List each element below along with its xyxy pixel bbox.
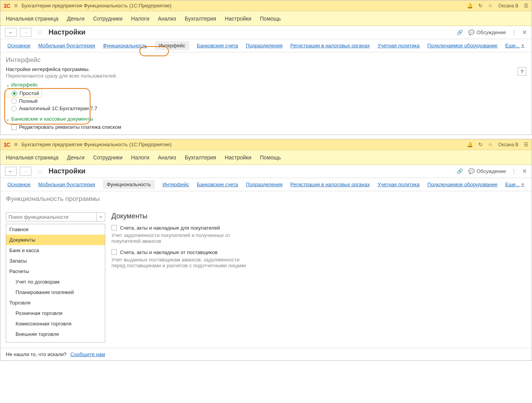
menu-taxes[interactable]: Налоги: [131, 16, 150, 22]
nav-list[interactable]: ГлавноеДокументыБанк и кассаЗапасыРасчет…: [6, 224, 105, 342]
option-customers[interactable]: Счета, акты и накладные для покупателей: [111, 225, 526, 231]
option-suppliers[interactable]: Счета, акты и накладные от поставщиков: [111, 249, 526, 255]
discuss-button[interactable]: 💬 Обсуждение: [468, 29, 506, 35]
tab-interface[interactable]: Интерфейс: [163, 182, 189, 187]
search-row: ×: [6, 212, 105, 221]
tab-tax-registrations[interactable]: Регистрации в налоговых органах: [290, 43, 370, 48]
close-icon[interactable]: ✕: [522, 168, 527, 175]
more-actions-icon[interactable]: ⋮: [511, 29, 516, 35]
back-button[interactable]: ←: [5, 167, 17, 176]
username[interactable]: Оксана В: [498, 142, 518, 147]
menubar: Начальная страница Деньги Сотрудники Нал…: [0, 150, 532, 165]
close-icon[interactable]: ✕: [522, 29, 527, 36]
hamburger-icon[interactable]: ≡: [14, 141, 17, 148]
tab-tax-registrations[interactable]: Регистрации в налоговых органах: [290, 182, 370, 187]
clear-search-button[interactable]: ×: [97, 212, 105, 221]
username[interactable]: Оксана В: [498, 3, 518, 9]
nav-item[interactable]: Запасы: [6, 256, 105, 266]
history-icon[interactable]: ↻: [478, 142, 483, 147]
menu-analysis[interactable]: Анализ: [158, 154, 176, 161]
footer-link[interactable]: Сообщите нам: [70, 351, 105, 357]
tab-main[interactable]: Основное: [7, 43, 31, 48]
discuss-button[interactable]: 💬 Обсуждение: [468, 168, 506, 174]
favorite-icon[interactable]: ☆: [37, 167, 43, 176]
option-suppliers-label: Счета, акты и накладные от поставщиков: [120, 249, 217, 255]
tab-accounting-policy[interactable]: Учетная политика: [377, 43, 419, 48]
window-1: 1C ≡ Бухгалтерия предприятия Функциональ…: [0, 0, 532, 135]
search-input[interactable]: [6, 212, 97, 221]
radio-full[interactable]: Полный: [6, 97, 526, 105]
hamburger-icon[interactable]: ≡: [14, 2, 17, 9]
nav-item[interactable]: Расчеты: [6, 266, 105, 277]
menu-accounting[interactable]: Бухгалтерия: [185, 16, 216, 22]
link-icon[interactable]: 🔗: [457, 29, 463, 35]
menu-settings[interactable]: Настройки: [225, 154, 252, 161]
tab-bank-accounts[interactable]: Банковские счета: [197, 43, 238, 48]
nav-item[interactable]: Планирование платежей: [6, 287, 105, 297]
nav-item[interactable]: Розничная торговля: [6, 308, 105, 318]
favorite-icon[interactable]: ☆: [37, 28, 43, 37]
tab-main[interactable]: Основное: [7, 182, 31, 187]
radio-full-label: Полный: [19, 98, 38, 104]
nav-item[interactable]: Торговля: [6, 297, 105, 308]
group-interface-header[interactable]: ⌄ Интерфейс: [6, 82, 526, 88]
tab-equipment[interactable]: Подключаемое оборудование: [428, 43, 498, 48]
tab-functionality[interactable]: Функциональность: [103, 180, 155, 189]
check-edit-list[interactable]: Редактировать реквизиты платежа списком: [6, 123, 526, 131]
check-edit-list-label: Редактировать реквизиты платежа списком: [19, 124, 121, 130]
menu-employees[interactable]: Сотрудники: [93, 16, 123, 22]
discuss-label: Обсуждение: [476, 29, 506, 35]
menu-analysis[interactable]: Анализ: [158, 16, 176, 22]
star-icon[interactable]: ☆: [488, 3, 493, 9]
radio-simple[interactable]: Простой: [6, 89, 42, 97]
tab-divisions[interactable]: Подразделения: [246, 43, 283, 48]
tab-divisions[interactable]: Подразделения: [246, 182, 283, 187]
menu-money[interactable]: Деньги: [67, 154, 84, 161]
radio-legacy[interactable]: Аналогичный 1С:Бухгалтерии 7.7: [6, 105, 526, 112]
panel-icon[interactable]: ☰: [524, 142, 529, 147]
nav-item[interactable]: Комиссионная торговля: [6, 318, 105, 329]
back-button[interactable]: ←: [5, 28, 17, 37]
help-button[interactable]: ?: [518, 67, 526, 76]
titlebar: 1C ≡ Бухгалтерия предприятия Функциональ…: [0, 0, 532, 11]
tab-functionality[interactable]: Функциональность: [103, 43, 147, 48]
tab-interface[interactable]: Интерфейс: [155, 41, 189, 50]
menu-help[interactable]: Помощь: [260, 154, 281, 161]
bell-icon[interactable]: 🔔: [467, 3, 473, 9]
menu-home[interactable]: Начальная страница: [6, 154, 58, 161]
nav-item[interactable]: Банк и касса: [6, 245, 105, 256]
menu-employees[interactable]: Сотрудники: [93, 154, 123, 161]
group-bank-header[interactable]: ⌄ Банковские и кассовые документы: [6, 116, 526, 122]
tab-accounting-policy[interactable]: Учетная политика: [377, 182, 419, 187]
link-icon[interactable]: 🔗: [457, 168, 463, 174]
radio-legacy-label: Аналогичный 1С:Бухгалтерии 7.7: [19, 106, 97, 111]
menu-home[interactable]: Начальная страница: [6, 16, 58, 22]
menu-accounting[interactable]: Бухгалтерия: [185, 154, 216, 161]
bell-icon[interactable]: 🔔: [467, 142, 473, 147]
app-title: Бухгалтерия предприятия Функциональность…: [22, 142, 172, 147]
left-panel: × ГлавноеДокументыБанк и кассаЗапасыРасч…: [6, 212, 105, 342]
tab-mobile[interactable]: Мобильная бухгалтерия: [38, 182, 95, 187]
nav-item[interactable]: Внешняя торговля: [6, 329, 105, 339]
tabs-more[interactable]: Еще... ▼: [505, 43, 525, 48]
nav-item[interactable]: Учет по договорам: [6, 277, 105, 287]
panel-icon[interactable]: ☰: [524, 3, 529, 9]
toolbar-right: 🔗 💬 Обсуждение ⋮ ✕: [457, 168, 527, 175]
nav-item[interactable]: Главное: [6, 224, 105, 235]
tab-mobile[interactable]: Мобильная бухгалтерия: [38, 43, 95, 48]
menu-help[interactable]: Помощь: [260, 16, 281, 22]
star-icon[interactable]: ☆: [488, 142, 493, 147]
section-title: Функциональность программы: [6, 195, 526, 203]
toolbar-right: 🔗 💬 Обсуждение ⋮ ✕: [457, 29, 527, 36]
more-actions-icon[interactable]: ⋮: [511, 168, 516, 174]
menu-settings[interactable]: Настройки: [225, 16, 252, 22]
menu-taxes[interactable]: Налоги: [131, 154, 150, 161]
tabs-more[interactable]: Еще... ▼: [505, 182, 525, 187]
menu-money[interactable]: Деньги: [67, 16, 84, 22]
nav-item[interactable]: Документы: [6, 235, 105, 245]
tab-equipment[interactable]: Подключаемое оборудование: [428, 182, 498, 187]
tab-bank-accounts[interactable]: Банковские счета: [197, 182, 238, 187]
group-interface-title: Интерфейс: [11, 82, 38, 88]
nav-item[interactable]: Обязательная маркировка: [6, 339, 105, 342]
history-icon[interactable]: ↻: [478, 3, 483, 9]
